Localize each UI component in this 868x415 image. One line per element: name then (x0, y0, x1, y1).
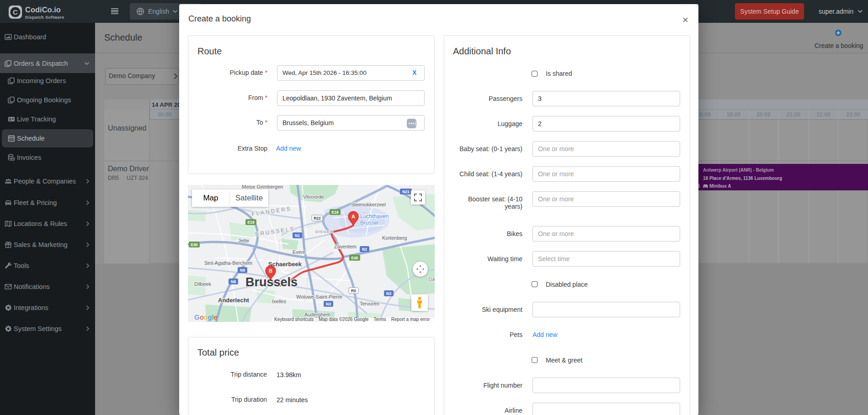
svg-text:Ixelles: Ixelles (272, 299, 287, 304)
svg-text:N9: N9 (240, 268, 245, 273)
svg-text:R0: R0 (351, 289, 356, 293)
svg-text:Luchthaven: Luchthaven (360, 213, 389, 220)
svg-text:Sint-Agatha-Berchem: Sint-Agatha-Berchem (204, 260, 252, 266)
svg-text:E19: E19 (331, 210, 338, 215)
svg-text:E40: E40 (351, 256, 358, 260)
svg-text:Woluwe-Saint-Pierre: Woluwe-Saint-Pierre (296, 294, 342, 299)
svg-text:Jette: Jette (238, 238, 249, 243)
svg-text:E19: E19 (247, 220, 254, 225)
svg-text:Dilbeek: Dilbeek (194, 281, 211, 287)
svg-text:N1: N1 (295, 233, 300, 238)
svg-text:N21: N21 (402, 189, 410, 194)
svg-text:Tervuren: Tervuren (360, 301, 379, 306)
svg-text:N8: N8 (231, 279, 236, 284)
svg-text:N3: N3 (386, 291, 391, 296)
svg-text:Vilvoorde: Vilvoorde (303, 194, 324, 200)
svg-text:Anderlecht: Anderlecht (218, 297, 250, 304)
svg-text:B: B (269, 268, 272, 273)
svg-text:N3: N3 (326, 302, 331, 306)
svg-text:Steenokkerzeel: Steenokkerzeel (351, 202, 386, 207)
svg-text:N2: N2 (362, 247, 367, 252)
svg-text:C: C (13, 8, 18, 16)
svg-text:Zaventem: Zaventem (334, 244, 357, 249)
svg-text:Evere: Evere (293, 249, 306, 255)
svg-text:DIEGEM: DIEGEM (315, 230, 334, 234)
svg-text:Meise Grimbergen: Meise Grimbergen (242, 185, 283, 189)
svg-text:Kortenberg: Kortenberg (382, 235, 407, 241)
svg-text:DAA: DAA (429, 277, 435, 282)
svg-text:E40: E40 (191, 242, 197, 247)
svg-text:Brussel: Brussel (360, 220, 378, 226)
svg-text:A: A (351, 214, 355, 219)
svg-text:R22: R22 (314, 216, 321, 221)
